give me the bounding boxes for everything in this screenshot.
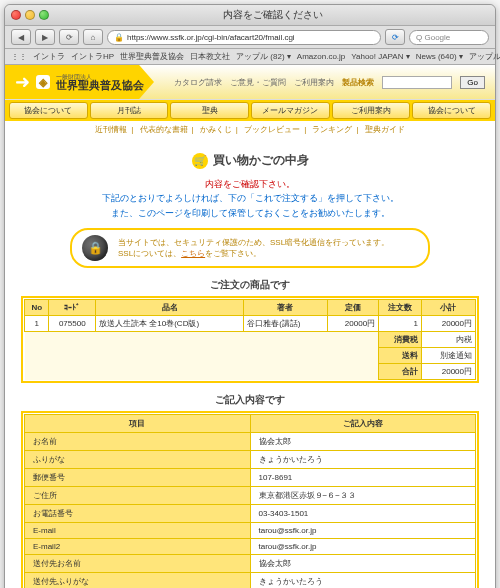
table-row: 郵便番号107-8691 <box>25 469 476 487</box>
search-go-button[interactable]: Go <box>460 76 485 89</box>
subnav-item[interactable]: 近刊情報 <box>91 125 131 134</box>
back-button[interactable]: ◀ <box>11 29 31 45</box>
table-row: E-mailtarou@ssfk.or.jp <box>25 523 476 539</box>
forward-button[interactable]: ▶ <box>35 29 55 45</box>
window-title: 内容をご確認ください <box>57 8 489 22</box>
subnav-item[interactable]: 聖典ガイド <box>361 125 409 134</box>
browser-search[interactable]: Q Google <box>409 30 489 45</box>
customer-info-table: 項目ご記入内容 お名前協会太郎 ふりがなきょうかいたろう 郵便番号107-869… <box>24 414 476 588</box>
table-row: 1 075500 放送人生読本 全10巻(CD版) 谷口雅春(講話) 20000… <box>25 316 476 332</box>
site-logo[interactable]: 一般財団法人 世界聖典普及協会 <box>56 74 144 91</box>
nav-item[interactable]: 協会について <box>412 102 491 119</box>
minimize-icon[interactable] <box>25 10 35 20</box>
nav-item[interactable]: メールマガジン <box>251 102 330 119</box>
lock-icon: 🔒 <box>114 33 124 42</box>
nav-item[interactable]: 協会について <box>9 102 88 119</box>
header-links[interactable]: カタログ請求 ご意見・ご質問 ご利用案内 <box>174 77 334 88</box>
cart-icon: 🛒 <box>192 153 208 169</box>
table-header-row: Noｺｰﾄﾞ品名 著者定価注文数小計 <box>25 300 476 316</box>
table-row: 送付先ふりがなきょうかいたろう <box>25 573 476 588</box>
table-row: お電話番号03-3403-1501 <box>25 505 476 523</box>
rss-button[interactable]: ⟳ <box>385 29 405 45</box>
url-bar[interactable]: 🔒https://www.ssfk.or.jp/cgi-bin/afacart2… <box>107 30 381 45</box>
subnav-item[interactable]: かみくじ <box>196 125 236 134</box>
bookmark[interactable]: Amazon.co.jp <box>297 52 345 61</box>
subnav-item[interactable]: 代表的な書籍 <box>136 125 192 134</box>
table-row: ふりがなきょうかいたろう <box>25 451 476 469</box>
page-title: 🛒 買い物かごの中身 <box>21 152 479 169</box>
bookmark[interactable]: Yahoo! JAPAN ▾ <box>351 52 409 61</box>
table-row: 合計20000円 <box>25 364 476 380</box>
site-header: ➜ ◈ 一般財団法人 世界聖典普及協会 カタログ請求 ご意見・ご質問 ご利用案内… <box>5 65 495 100</box>
bookmark[interactable]: イントラHP <box>71 51 114 62</box>
reload-button[interactable]: ⟳ <box>59 29 79 45</box>
bookmark[interactable]: アップル <box>469 51 500 62</box>
table-row: 送付先お名前協会太郎 <box>25 555 476 573</box>
bookmark[interactable]: アップル (82) ▾ <box>236 51 291 62</box>
bookmarks-bar: ⋮⋮ イントラ イントラHP 世界聖典普及協会 日本教文社 アップル (82) … <box>5 49 495 65</box>
table-row: お名前協会太郎 <box>25 433 476 451</box>
nav-item[interactable]: 聖典 <box>170 102 249 119</box>
arrow-icon: ➜ <box>15 71 30 93</box>
subnav-item[interactable]: ブックレビュー <box>240 125 304 134</box>
info-heading: ご記入内容です <box>21 393 479 407</box>
nav-item[interactable]: ご利用案内 <box>332 102 411 119</box>
padlock-icon: 🔒 <box>82 235 108 261</box>
product-search-input[interactable] <box>382 76 452 89</box>
bookmark-menu-icon[interactable]: ⋮⋮ <box>11 52 27 61</box>
bookmark[interactable]: 日本教文社 <box>190 51 230 62</box>
table-row: 消費税内税 <box>25 332 476 348</box>
logo-icon: ◈ <box>36 75 50 89</box>
nav-item[interactable]: 月刊誌 <box>90 102 169 119</box>
ssl-notice: 🔒 当サイトでは、セキュリティ保護のため、SSL暗号化通信を行っています。 SS… <box>70 228 430 268</box>
window-titlebar: 内容をご確認ください <box>5 5 495 26</box>
global-nav: 協会について 月刊誌 聖典 メールマガジン ご利用案内 協会について <box>5 100 495 121</box>
order-heading: ご注文の商品です <box>21 278 479 292</box>
subnav-item[interactable]: ランキング <box>308 125 356 134</box>
sub-nav: 近刊情報| 代表的な書籍| かみくじ| ブックレビュー| ランキング| 聖典ガイ… <box>5 121 495 138</box>
close-icon[interactable] <box>11 10 21 20</box>
order-table: Noｺｰﾄﾞ品名 著者定価注文数小計 1 075500 放送人生読本 全10巻(… <box>24 299 476 380</box>
bookmark[interactable]: 世界聖典普及協会 <box>120 51 184 62</box>
home-button[interactable]: ⌂ <box>83 29 103 45</box>
bookmark[interactable]: イントラ <box>33 51 65 62</box>
table-row: ご住所東京都港区赤坂９−６−３３ <box>25 487 476 505</box>
browser-toolbar: ◀ ▶ ⟳ ⌂ 🔒https://www.ssfk.or.jp/cgi-bin/… <box>5 26 495 49</box>
confirmation-notice: 内容をご確認下さい。 下記のとおりでよろしければ、下の「これで注文する」を押して… <box>21 177 479 220</box>
table-row: 送料別途通知 <box>25 348 476 364</box>
table-row: E-mail2tarou@ssfk.or.jp <box>25 539 476 555</box>
search-label: 製品検索 <box>342 77 374 88</box>
zoom-icon[interactable] <box>39 10 49 20</box>
ssl-link[interactable]: こちら <box>181 249 205 258</box>
bookmark[interactable]: News (640) ▾ <box>416 52 463 61</box>
